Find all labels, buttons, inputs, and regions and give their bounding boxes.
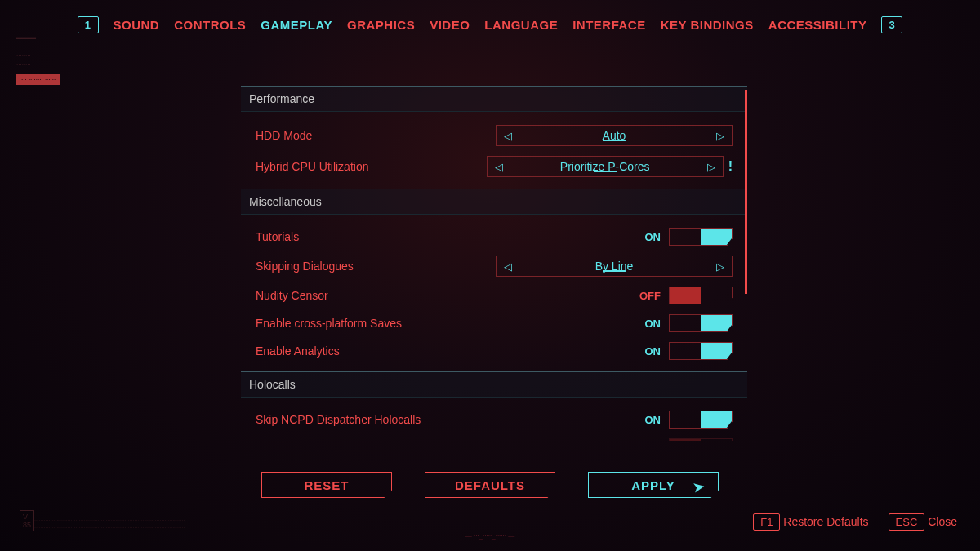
decor-bottom-center: — ···_·····_······ — <box>466 532 514 540</box>
ncpd-state: ON <box>645 414 662 426</box>
footer-buttons: RESET DEFAULTS APPLY ➤ <box>261 472 719 498</box>
row-cross-saves: Enable cross-platform Saves ON <box>241 309 747 337</box>
analytics-state: ON <box>645 345 662 358</box>
top-tab-bar: 1 SOUND CONTROLS GAMEPLAY GRAPHICS VIDEO… <box>0 0 980 42</box>
nudity-toggle[interactable] <box>669 287 733 304</box>
nudity-state: OFF <box>639 290 661 302</box>
close-label: Close <box>928 515 957 528</box>
row-fixers-holocalls: Skip Holocalls from Fixers OFF <box>241 433 747 441</box>
reset-button[interactable]: RESET <box>261 472 392 498</box>
row-hdd-mode: HDD Mode ◁ Auto ▷ <box>241 120 747 151</box>
analytics-toggle[interactable] <box>669 342 733 360</box>
apply-button[interactable]: APPLY ➤ <box>588 472 719 498</box>
close-key[interactable]: ESC <box>889 513 925 531</box>
hybrid-cpu-selector[interactable]: ◁ Prioritize P-Cores ▷ <box>487 156 724 177</box>
row-ncpd-holocalls: Skip NCPD Dispatcher Holocalls ON <box>241 406 747 433</box>
decor-bottom-text: ········································… <box>33 518 359 531</box>
hybrid-cpu-value: Prioritize P-Cores <box>510 160 700 173</box>
arrow-right-icon[interactable]: ▷ <box>700 161 723 173</box>
tab-gameplay[interactable]: GAMEPLAY <box>261 18 332 32</box>
tutorials-label: Tutorials <box>256 230 299 243</box>
cross-saves-label: Enable cross-platform Saves <box>256 317 402 330</box>
tab-controls[interactable]: CONTROLS <box>174 18 246 32</box>
ncpd-label: Skip NCPD Dispatcher Holocalls <box>256 413 421 426</box>
row-tutorials: Tutorials ON <box>241 223 747 251</box>
tutorials-state: ON <box>645 231 662 243</box>
skipping-selector[interactable]: ◁ By Line ▷ <box>496 256 733 277</box>
nudity-label: Nudity Censor <box>256 289 328 302</box>
tab-interface[interactable]: INTERFACE <box>572 18 646 32</box>
cross-saves-toggle[interactable] <box>669 314 733 332</box>
section-performance: Performance <box>241 86 747 112</box>
row-analytics: Enable Analytics ON <box>241 337 747 365</box>
hdd-mode-selector[interactable]: ◁ Auto ▷ <box>496 125 733 146</box>
defaults-button[interactable]: DEFAULTS <box>425 472 555 498</box>
hdd-mode-value: Auto <box>519 129 709 142</box>
tab-video[interactable]: VIDEO <box>430 18 470 32</box>
ncpd-toggle[interactable] <box>669 411 733 429</box>
arrow-right-icon[interactable]: ▷ <box>709 260 732 273</box>
arrow-left-icon[interactable]: ◁ <box>497 130 519 142</box>
prev-tab-key[interactable]: 1 <box>78 16 99 33</box>
tab-key-bindings[interactable]: KEY BINDINGS <box>661 18 754 32</box>
restore-defaults-label: Restore Defaults <box>783 515 868 528</box>
tab-accessibility[interactable]: ACCESSIBILITY <box>768 18 867 32</box>
arrow-left-icon[interactable]: ◁ <box>488 161 510 173</box>
analytics-label: Enable Analytics <box>256 344 340 358</box>
row-skipping-dialogues: Skipping Dialogues ◁ By Line ▷ <box>241 251 747 282</box>
tab-language[interactable]: LANGUAGE <box>484 18 558 32</box>
tab-sound[interactable]: SOUND <box>114 18 160 32</box>
section-holocalls: Holocalls <box>241 371 747 398</box>
skipping-value: By Line <box>519 260 709 273</box>
tab-graphics[interactable]: GRAPHICS <box>347 18 415 32</box>
row-nudity-censor: Nudity Censor OFF <box>241 282 747 309</box>
scrollbar[interactable] <box>745 90 747 294</box>
skipping-label: Skipping Dialogues <box>256 260 354 273</box>
next-tab-key[interactable]: 3 <box>881 16 902 33</box>
section-misc: Miscellaneous <box>241 189 747 215</box>
hdd-mode-label: HDD Mode <box>256 129 312 142</box>
cross-saves-state: ON <box>645 318 662 330</box>
decor-left: ▬▬▬ —————————————— ················ ··· … <box>16 33 87 85</box>
arrow-left-icon[interactable]: ◁ <box>497 260 519 273</box>
settings-panel: Performance HDD Mode ◁ Auto ▷ Hybrid CPU… <box>241 86 747 441</box>
warning-icon: ! <box>728 159 733 174</box>
hybrid-cpu-label: Hybrid CPU Utilization <box>256 160 368 173</box>
footer-hints: F1 Restore Defaults ESC Close <box>753 515 957 528</box>
cursor-icon: ➤ <box>692 478 706 495</box>
apply-button-label: APPLY <box>631 478 675 492</box>
restore-defaults-key[interactable]: F1 <box>753 513 780 531</box>
tutorials-toggle[interactable] <box>669 228 733 246</box>
row-hybrid-cpu: Hybrid CPU Utilization ◁ Prioritize P-Co… <box>241 151 747 182</box>
fixers-toggle[interactable] <box>669 438 733 441</box>
arrow-right-icon[interactable]: ▷ <box>709 130 732 142</box>
